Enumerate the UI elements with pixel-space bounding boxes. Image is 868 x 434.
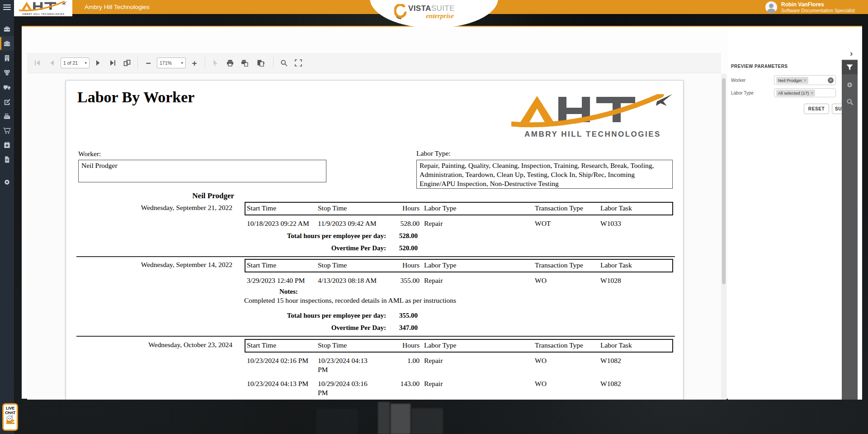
col-start-time: Start Time bbox=[247, 204, 318, 213]
toolbar-separator bbox=[137, 57, 138, 69]
report-viewer: Labor By Worker AMBRY HILL TECHNOLOGIES … bbox=[27, 74, 721, 400]
settings-tab[interactable] bbox=[842, 78, 858, 91]
report-page: Labor By Worker AMBRY HILL TECHNOLOGIES … bbox=[66, 80, 684, 400]
previous-page-button[interactable] bbox=[46, 57, 58, 69]
report-company-logo: AMBRY HILL TECHNOLOGIES bbox=[511, 94, 674, 141]
next-page-button[interactable] bbox=[92, 57, 104, 69]
aht-tagline-text: AMBRY HILL TECHNOLOGIES bbox=[524, 130, 661, 138]
cell-hours: 528.00 bbox=[379, 219, 420, 228]
user-menu[interactable]: Robin VanFlores Software Documentation S… bbox=[765, 1, 855, 14]
print-button[interactable] bbox=[224, 57, 236, 69]
edit-icon bbox=[3, 98, 11, 105]
filter-tab[interactable] bbox=[842, 61, 858, 74]
worker-param-label: Worker bbox=[731, 78, 745, 83]
search-tab[interactable] bbox=[842, 95, 858, 109]
live-chat-button[interactable]: LIVE CHAT bbox=[2, 403, 18, 431]
worker-chip-label: Neil Prodger bbox=[778, 78, 802, 83]
table-row: 3/29/2023 12:40 PM 4/13/2023 08:18 AM 35… bbox=[76, 276, 675, 285]
remove-chip-icon[interactable]: × bbox=[804, 78, 807, 82]
labor-type-param-field[interactable]: All selected (17) × bbox=[774, 88, 836, 97]
export-button[interactable]: ▾ bbox=[253, 57, 269, 69]
col-transaction-type: Transaction Type bbox=[535, 204, 600, 213]
labor-type-field-label: Labor Type: bbox=[416, 149, 451, 157]
chevron-down-icon: ▾ bbox=[85, 61, 87, 65]
print-page-button[interactable] bbox=[239, 57, 250, 69]
group-date: Wednesday, October 23, 2024 bbox=[76, 339, 245, 353]
page-select[interactable]: 1 of 21 ▾ bbox=[61, 57, 90, 68]
total-hours-value: 528.00 bbox=[386, 232, 418, 240]
worker-chip[interactable]: Neil Prodger × bbox=[776, 77, 808, 84]
page-indicator: 1 of 21 bbox=[63, 60, 83, 66]
collapse-panel-arrow[interactable]: › bbox=[850, 49, 853, 57]
sidebar-item-parts[interactable] bbox=[0, 65, 14, 80]
scrollbar-thumb[interactable] bbox=[722, 78, 726, 284]
col-stop-time: Stop Time bbox=[318, 204, 379, 213]
clear-field-icon[interactable]: × bbox=[828, 77, 834, 83]
background-shape bbox=[411, 408, 443, 434]
sidebar-item-schedule[interactable] bbox=[0, 138, 14, 152]
last-page-button[interactable] bbox=[107, 57, 118, 69]
panel-title: PREVIEW PARAMETERS bbox=[731, 64, 788, 69]
sidebar-item-briefcase-1[interactable] bbox=[0, 22, 14, 36]
notes-label: Notes: bbox=[279, 288, 675, 296]
menu-hamburger-icon[interactable] bbox=[3, 5, 11, 10]
live-chat-label-1: LIVE bbox=[6, 406, 14, 410]
company-logo[interactable]: AMBRY HILL TECHNOLOGIES bbox=[14, 0, 72, 16]
aht-tagline-text: AMBRY HILL TECHNOLOGIES bbox=[22, 13, 65, 15]
notes-text: Completed 15 hour inspections, recorded … bbox=[244, 296, 675, 305]
worker-param-field[interactable]: Neil Prodger × × bbox=[774, 75, 836, 85]
cell-labor-type: Repair bbox=[420, 219, 535, 228]
vertical-scrollbar[interactable] bbox=[721, 74, 726, 400]
pointer-select-button[interactable] bbox=[210, 57, 222, 69]
aht-logo-tagline: AMBRY HILL TECHNOLOGIES bbox=[18, 12, 69, 16]
building-icon bbox=[3, 54, 11, 62]
left-sidebar: LIVE CHAT bbox=[0, 0, 14, 434]
labor-type-chip[interactable]: All selected (17) × bbox=[776, 90, 815, 96]
reset-button[interactable]: RESET bbox=[804, 104, 829, 114]
remove-chip-icon[interactable]: × bbox=[811, 91, 813, 95]
worker-field-value: Neil Prodger bbox=[78, 160, 326, 182]
aht-logo-icon bbox=[19, 0, 68, 12]
sidebar-item-shipping[interactable] bbox=[0, 80, 14, 94]
multipage-view-button[interactable] bbox=[121, 57, 133, 69]
cash-register-icon bbox=[3, 112, 11, 120]
gear-icon bbox=[3, 178, 11, 186]
sidebar-item-documents[interactable] bbox=[0, 152, 14, 167]
zoom-in-button[interactable]: + bbox=[189, 57, 200, 69]
sidebar-item-cart[interactable] bbox=[0, 123, 14, 138]
sidebar-item-briefcase-2-active[interactable] bbox=[0, 36, 14, 51]
table-header: Start Time Stop Time Hours Labor Type Tr… bbox=[245, 202, 673, 215]
fullscreen-button[interactable] bbox=[292, 57, 304, 69]
briefcase-icon bbox=[3, 25, 11, 33]
group-header-row: Wednesday, October 23, 2024 Start Time S… bbox=[76, 339, 675, 353]
product-name-primary: VISTA bbox=[408, 4, 431, 13]
sidebar-item-cash-register[interactable] bbox=[0, 109, 14, 123]
zoom-select[interactable]: 171% ▾ bbox=[157, 57, 186, 68]
parts-icon bbox=[3, 69, 11, 76]
total-hours-label: Total hours per employee per day: bbox=[76, 232, 386, 240]
cell-transaction-type: WOT bbox=[535, 219, 600, 228]
first-page-button[interactable] bbox=[32, 57, 43, 69]
worker-field-label: Worker: bbox=[78, 150, 101, 158]
sidebar-item-edit[interactable] bbox=[0, 94, 14, 109]
sidebar-item-settings[interactable] bbox=[0, 175, 14, 189]
search-button[interactable] bbox=[278, 57, 290, 69]
group-date: Wednesday, September 14, 2022 bbox=[76, 259, 245, 272]
overtime-line: Overtime Per Day: 520.00 bbox=[76, 244, 675, 252]
aht-logo-icon: AMBRY HILL TECHNOLOGIES bbox=[511, 94, 674, 139]
chat-mascot-icon bbox=[5, 415, 16, 425]
page-title: Ambry Hill Technologies bbox=[85, 0, 150, 14]
group-date: Wednesday, September 21, 2022 bbox=[76, 202, 245, 215]
truck-icon bbox=[3, 83, 11, 91]
product-name-secondary: SUITE bbox=[431, 4, 455, 13]
sidebar-item-building[interactable] bbox=[0, 51, 14, 65]
calendar-add-icon bbox=[3, 141, 11, 149]
background-shape bbox=[391, 404, 410, 434]
toolbar-separator bbox=[273, 57, 274, 69]
filter-icon bbox=[846, 64, 853, 71]
overtime-label: Overtime Per Day: bbox=[76, 244, 386, 252]
zoom-out-button[interactable]: − bbox=[142, 57, 154, 69]
vistasuite-swirl-icon bbox=[394, 4, 406, 19]
group-header-row: Wednesday, September 14, 2022 Start Time… bbox=[76, 259, 675, 272]
group-header-row: Wednesday, September 21, 2022 Start Time… bbox=[76, 202, 675, 215]
